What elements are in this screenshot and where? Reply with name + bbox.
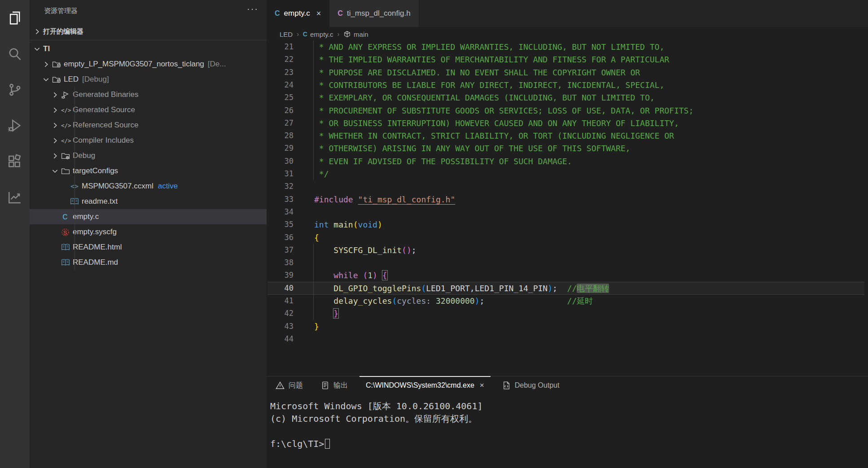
code-line-21[interactable]: 21 * AND ANY EXPRESS OR IMPLIED WARRANTI… [267,40,868,53]
line-number[interactable]: 43 [267,320,294,333]
chevron-right-icon[interactable] [51,91,61,99]
code-editor[interactable]: 21 * AND ANY EXPRESS OR IMPLIED WARRANTI… [267,40,868,376]
code-line-28[interactable]: 28 * WHETHER IN CONTRACT, STRICT LIABILI… [267,129,868,142]
tree-item-label: MSPM0G3507.ccxml [82,182,153,191]
code-text: DL_GPIO_togglePins(LED1_PORT,LED1_PIN_14… [314,282,609,295]
line-number[interactable]: 44 [267,332,294,346]
panel-tab-debug-output[interactable]: Debug Output [493,376,569,394]
code-line-26[interactable]: 26 * PROCUREMENT OF SUBSTITUTE GOODS OR … [267,104,868,117]
tree-item-generated-source[interactable]: </>Generated Source [30,102,267,118]
tree-item-empty-lp-mspm0g3507-nortos-ticlang[interactable]: empty_LP_MSPM0G3507_nortos_ticlang[De... [30,57,267,72]
close-icon[interactable]: × [480,381,484,390]
line-number[interactable]: 31 [267,167,294,180]
line-number[interactable]: 42 [267,307,294,320]
code-line-36[interactable]: 36{ [267,231,868,244]
line-number[interactable]: 32 [267,180,294,193]
line-number[interactable]: 35 [267,218,294,231]
chevron-right-icon[interactable] [42,61,52,68]
code-line-22[interactable]: 22 * THE IMPLIED WARRANTIES OF MERCHANTA… [267,53,868,66]
tree-item-ti[interactable]: TI [30,41,267,57]
close-icon[interactable]: × [316,9,321,18]
panel-tab-问题[interactable]: 问题 [267,376,312,394]
code-line-31[interactable]: 31 */ [267,167,868,180]
code-line-30[interactable]: 30 * EVEN IF ADVISED OF THE POSSIBILITY … [267,155,868,168]
code-line-40[interactable]: 40 DL_GPIO_togglePins(LED1_PORT,LED1_PIN… [267,282,868,295]
chevron-right-icon[interactable] [51,106,61,114]
code-line-43[interactable]: 43} [267,320,868,333]
tree-item-debug[interactable]: Debug [30,148,267,163]
tree-item-readme-txt[interactable]: readme.txt [30,194,267,209]
code-line-35[interactable]: 35int main(void) [267,218,868,231]
line-number[interactable]: 38 [267,256,294,269]
line-number[interactable]: 40 [267,282,294,295]
panel-tab-输出[interactable]: 输出 [312,376,357,394]
activity-perf-graph[interactable] [0,179,30,215]
tree-item-generated-binaries[interactable]: Generated Binaries [30,87,267,102]
line-number[interactable]: 36 [267,231,294,244]
line-number[interactable]: 23 [267,66,294,79]
binary-icon [61,91,73,99]
code-line-39[interactable]: 39 while (1) { [267,269,868,282]
code-line-32[interactable]: 32 [267,180,868,193]
code-line-41[interactable]: 41 delay_cycles(cycles: 32000000); //延时 [267,294,868,307]
line-number[interactable]: 25 [267,91,294,104]
tree-item-readme-md[interactable]: README.md [30,255,267,270]
section-open-editors[interactable]: 打开的编辑器 [30,23,267,40]
panel-tab-label: 问题 [289,381,303,390]
code-line-27[interactable]: 27 * OR BUSINESS INTERRUPTION) HOWEVER C… [267,117,868,130]
code-line-33[interactable]: 33#include "ti_msp_dl_config.h" [267,193,868,206]
chevron-right-icon[interactable] [51,137,61,144]
breadcrumb-item-main[interactable]: main [343,31,368,38]
chevron-right-icon[interactable] [51,152,61,160]
terminal[interactable]: Microsoft Windows [版本 10.0.26100.4061](c… [270,400,482,450]
breadcrumb-item-empty-c[interactable]: Cempty.c [303,31,333,38]
chevron-down-icon[interactable] [33,45,43,53]
line-number[interactable]: 39 [267,269,294,282]
code-text: * PROCUREMENT OF SUBSTITUTE GOODS OR SER… [314,104,693,117]
code-line-34[interactable]: 34 [267,206,868,219]
tree-item-targetconfigs[interactable]: targetConfigs [30,163,267,179]
line-number[interactable]: 22 [267,53,294,66]
code-line-38[interactable]: 38 [267,256,868,269]
tree-item-referenced-source[interactable]: </>Referenced Source [30,118,267,133]
activity-run-debug[interactable] [0,108,30,144]
code-line-24[interactable]: 24 * CONTRIBUTORS BE LIABLE FOR ANY DIRE… [267,79,868,92]
code-line-44[interactable]: 44 [267,332,868,346]
tree-item-led[interactable]: LED[Debug] [30,72,267,87]
code-line-37[interactable]: 37 SYSCFG_DL_init(); [267,244,868,257]
code-line-29[interactable]: 29 * OTHERWISE) ARISING IN ANY WAY OUT O… [267,142,868,155]
tab-empty-c[interactable]: Cempty.c× [267,0,329,27]
tree-item-empty-syscfg[interactable]: Sempty.syscfg [30,224,267,240]
activity-extensions[interactable] [0,144,30,179]
tab-ti-msp-dl-config-h[interactable]: Cti_msp_dl_config.h [329,0,419,27]
tree-item-readme-html[interactable]: README.html [30,240,267,255]
code-line-25[interactable]: 25 * EXEMPLARY, OR CONSEQUENTIAL DAMAGES… [267,91,868,104]
activity-search[interactable] [0,36,30,72]
tree-item-compiler-includes[interactable]: </>Compiler Includes [30,133,267,148]
tree-item-empty-c[interactable]: Cempty.c [30,209,267,224]
symbol-cube-icon [343,31,354,38]
more-actions-button[interactable]: ··· [247,4,259,14]
line-number[interactable]: 37 [267,244,294,257]
line-number[interactable]: 24 [267,79,294,92]
line-number[interactable]: 29 [267,142,294,155]
code-line-23[interactable]: 23 * PURPOSE ARE DISCLAIMED. IN NO EVENT… [267,66,868,79]
chevron-down-icon[interactable] [42,76,52,83]
chevron-down-icon[interactable] [51,167,61,175]
line-number[interactable]: 34 [267,206,294,219]
activity-source-control[interactable] [0,72,30,108]
ccxml-icon: <> [70,182,82,190]
chevron-right-icon[interactable] [51,122,61,129]
breadcrumb-item-led[interactable]: LED [280,31,293,38]
panel-tab-c-windows-system32-cmd-exe[interactable]: C:\WINDOWS\System32\cmd.exe× [357,376,493,394]
line-number[interactable]: 41 [267,294,294,307]
line-number[interactable]: 21 [267,40,294,53]
line-number[interactable]: 27 [267,117,294,130]
line-number[interactable]: 26 [267,104,294,117]
activity-explorer[interactable] [0,0,30,36]
code-line-42[interactable]: 42 } [267,307,868,320]
line-number[interactable]: 30 [267,155,294,168]
tree-item-mspm0g3507-ccxml[interactable]: <>MSPM0G3507.ccxmlactive [30,179,267,194]
line-number[interactable]: 33 [267,193,294,206]
line-number[interactable]: 28 [267,129,294,142]
